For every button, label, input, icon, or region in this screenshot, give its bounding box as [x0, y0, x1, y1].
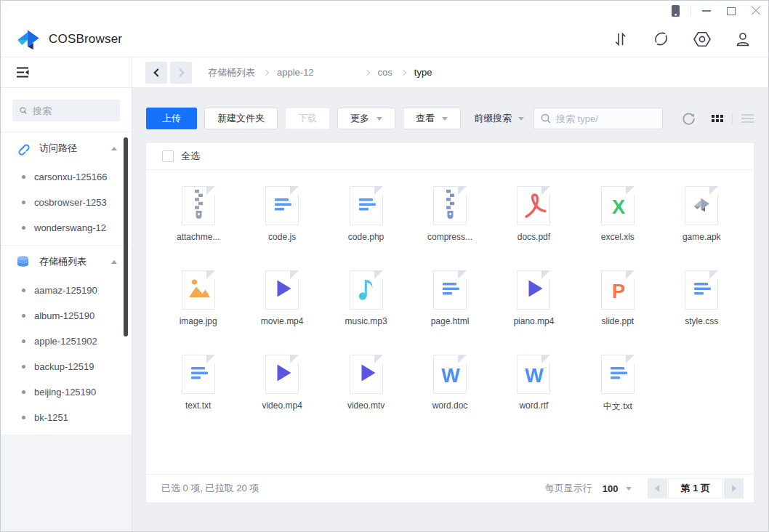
bullet-icon: [22, 339, 25, 343]
file-name: word.doc: [408, 400, 491, 411]
file-item[interactable]: X excel.xls: [576, 186, 659, 270]
file-item[interactable]: piano.mp4: [492, 270, 576, 355]
sidebar-item-bucket[interactable]: backup-12519: [1, 354, 132, 379]
file-search[interactable]: [534, 108, 663, 129]
per-page-select[interactable]: 每页显示行 100: [545, 482, 632, 495]
access-path-list: carsonxu-125166 cosbrowser-1253 wondersw…: [1, 164, 132, 241]
file-item[interactable]: compress...: [408, 186, 491, 270]
transfer-list-icon[interactable]: [613, 31, 629, 47]
svg-text:W: W: [526, 365, 544, 387]
file-item[interactable]: code.php: [324, 186, 408, 270]
file-item[interactable]: 中文.txt: [576, 355, 659, 439]
breadcrumb-item[interactable]: apple-12: [277, 67, 314, 78]
chevron-down-icon: [377, 117, 382, 121]
sync-icon[interactable]: [653, 31, 669, 47]
group-header-access-paths[interactable]: 访问路径: [1, 132, 132, 164]
file-name: 中文.txt: [576, 400, 659, 413]
toolbar: 上传 新建文件夹 下载 更多 查看 前缀搜索: [146, 108, 754, 129]
file-item[interactable]: video.mtv: [324, 355, 408, 439]
sidebar-item-label: cosbrowser-1253: [34, 197, 107, 208]
breadcrumb-item[interactable]: type: [414, 67, 432, 78]
more-button[interactable]: 更多: [337, 108, 395, 129]
mobile-view-button[interactable]: [663, 1, 688, 20]
sidebar-search-input[interactable]: [33, 105, 113, 116]
file-search-input[interactable]: [556, 113, 651, 124]
prefix-search-label: 前缀搜索: [474, 112, 512, 125]
view-button[interactable]: 查看: [403, 108, 461, 129]
breadcrumb-item[interactable]: 存储桶列表: [208, 66, 255, 79]
sidebar-item-bucket[interactable]: bk-1251: [1, 405, 132, 430]
file-item[interactable]: video.mp4: [240, 355, 323, 439]
file-name: attachme...: [156, 232, 240, 242]
file-item[interactable]: game.apk: [660, 186, 744, 270]
file-icon: [182, 270, 215, 310]
sidebar-item-access-path[interactable]: wonderswang-12: [1, 215, 132, 241]
file-name: video.mp4: [240, 400, 323, 411]
file-item[interactable]: style.css: [660, 270, 744, 355]
account-icon[interactable]: [735, 31, 751, 47]
file-icon: [350, 355, 383, 394]
minimize-button[interactable]: [694, 1, 719, 20]
close-button[interactable]: [744, 1, 768, 20]
collapse-caret-icon[interactable]: [111, 147, 117, 150]
next-page-button[interactable]: [724, 478, 744, 499]
sidebar-item-label: apple-1251902: [34, 336, 97, 347]
breadcrumb-item[interactable]: cos: [378, 67, 392, 78]
svg-text:W: W: [441, 365, 460, 387]
file-item[interactable]: W word.doc: [408, 355, 491, 439]
file-item[interactable]: page.html: [408, 270, 491, 355]
file-item[interactable]: attachme...: [156, 186, 240, 270]
sidebar-item-label: bk-1251: [34, 412, 68, 423]
bucket-icon: [16, 255, 30, 269]
sidebar-item-access-path[interactable]: cosbrowser-1253: [1, 190, 132, 215]
phone-icon: [671, 4, 680, 17]
settings-icon[interactable]: [693, 31, 711, 47]
prefix-search-select[interactable]: 前缀搜索: [474, 112, 524, 125]
sidebar-item-access-path[interactable]: carsonxu-125166: [1, 164, 132, 190]
sidebar-search[interactable]: [12, 100, 120, 121]
grid-view-button[interactable]: [712, 115, 723, 122]
file-item[interactable]: docs.pdf: [492, 186, 576, 270]
chevron-right-icon: [176, 68, 184, 76]
download-button[interactable]: 下载: [285, 108, 330, 129]
file-item[interactable]: P slide.ppt: [576, 270, 659, 355]
sidebar-item-bucket[interactable]: album-125190: [1, 303, 132, 329]
bullet-icon: [22, 175, 25, 179]
chevron-down-icon: [442, 117, 448, 121]
sidebar-item-bucket[interactable]: beijing-125190: [1, 379, 132, 405]
file-icon: [685, 186, 718, 225]
new-folder-button[interactable]: 新建文件夹: [204, 108, 278, 129]
file-item[interactable]: text.txt: [156, 355, 240, 439]
collapse-caret-icon[interactable]: [111, 260, 117, 264]
sidebar-item-bucket[interactable]: aamaz-125190: [1, 278, 132, 303]
file-item[interactable]: W word.rtf: [492, 355, 576, 439]
sidebar-item-bucket[interactable]: apple-1251902: [1, 329, 132, 354]
group-header-buckets[interactable]: 存储桶列表: [1, 246, 132, 278]
file-grid: attachme...: [146, 170, 754, 474]
collapse-sidebar-icon[interactable]: [17, 67, 29, 78]
select-all-checkbox[interactable]: [162, 150, 174, 162]
list-view-button[interactable]: [741, 114, 754, 123]
per-page-value: 100: [603, 483, 619, 494]
back-button[interactable]: [145, 62, 167, 84]
file-item[interactable]: image.jpg: [156, 270, 240, 355]
breadcrumb-separator-icon: [400, 69, 406, 75]
current-page-indicator: 第 1 页: [668, 478, 723, 499]
sidebar-item-label: album-125190: [34, 310, 94, 321]
breadcrumb-bar: 存储桶列表 apple-12 cos type: [132, 57, 768, 88]
file-item[interactable]: movie.mp4: [240, 270, 323, 355]
sidebar-scrollbar[interactable]: [124, 137, 128, 336]
file-name: code.js: [240, 232, 323, 242]
file-item[interactable]: code.js: [240, 186, 323, 270]
upload-button[interactable]: 上传: [146, 108, 197, 129]
file-item[interactable]: music.mp3: [324, 270, 408, 355]
file-icon: W: [433, 355, 467, 394]
prev-page-button[interactable]: [648, 478, 667, 499]
maximize-button[interactable]: [719, 1, 744, 20]
file-icon: [685, 270, 718, 310]
selection-status: 已选 0 项, 已拉取 20 项: [161, 482, 259, 495]
file-name: word.rtf: [492, 400, 576, 411]
sidebar-item-label: carsonxu-125166: [34, 172, 107, 182]
forward-button[interactable]: [170, 62, 192, 84]
refresh-button[interactable]: [682, 112, 696, 126]
